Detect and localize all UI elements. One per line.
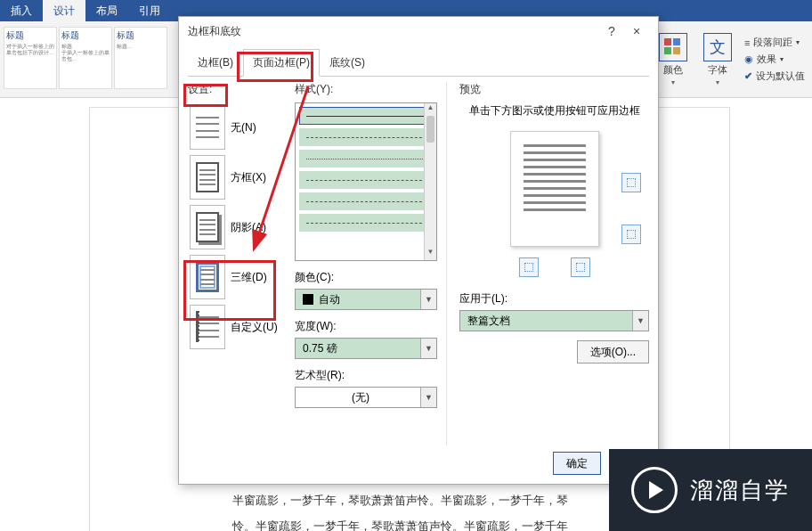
color-swatch <box>303 294 313 305</box>
tab-border[interactable]: 边框(B) <box>188 49 243 76</box>
styles-gallery[interactable]: 标题 对于插入一标签上的单击包括下的设计… 标题 标题于插入一标签上的单击包… … <box>0 21 178 97</box>
style-label: 样式(Y): <box>295 82 437 97</box>
svg-rect-3 <box>673 47 680 54</box>
set-default-button[interactable]: ✔ 设为默认值 <box>744 69 805 83</box>
width-label: 宽度(W): <box>295 319 437 334</box>
art-label: 艺术型(R): <box>295 368 437 383</box>
borders-shading-dialog: 边框和底纹 ? × 边框(B) 页面边框(P) 底纹(S) 设置: 无(N) 方… <box>178 16 659 485</box>
check-icon: ✔ <box>744 70 752 82</box>
setting-none[interactable]: 无(N) <box>188 102 286 152</box>
settings-label: 设置: <box>188 82 286 97</box>
svg-rect-0 <box>664 38 671 45</box>
ok-button[interactable]: 确定 <box>553 452 601 475</box>
tab-layout[interactable]: 布局 <box>85 0 128 21</box>
colors-icon <box>659 33 687 61</box>
tab-references[interactable]: 引用 <box>128 0 171 21</box>
setting-box[interactable]: 方框(X) <box>188 152 286 202</box>
options-button[interactable]: 选项(O)... <box>577 340 649 364</box>
width-select[interactable]: 0.75 磅 ▼ <box>295 338 437 359</box>
close-button[interactable]: × <box>624 24 649 38</box>
apply-label: 应用于(L): <box>459 292 508 305</box>
edge-btn-right[interactable] <box>571 257 590 277</box>
setting-custom[interactable]: 自定义(U) <box>188 302 286 352</box>
tab-shading[interactable]: 底纹(S) <box>320 49 375 76</box>
setting-shadow[interactable]: 阴影(A) <box>188 202 286 252</box>
tab-design[interactable]: 设计 <box>43 0 85 21</box>
edge-btn-left[interactable] <box>519 257 539 277</box>
effects-icon: ◉ <box>744 53 753 65</box>
preview-label: 预览 <box>459 82 649 97</box>
dialog-title: 边框和底纹 <box>188 24 241 39</box>
dialog-titlebar: 边框和底纹 ? × <box>179 17 658 45</box>
preview-column: 预览 单击下方图示或使用按钮可应用边框 应用于(L): 整篇文档 ▼ <box>446 82 649 445</box>
brand-text: 溜溜自学 <box>690 475 790 506</box>
custom-icon <box>190 305 225 349</box>
svg-rect-1 <box>673 38 680 45</box>
style-item[interactable]: 标题 标题于插入一标签上的单击包… <box>59 27 112 89</box>
dialog-tabs: 边框(B) 页面边框(P) 底纹(S) <box>188 49 649 77</box>
threed-icon <box>190 255 225 299</box>
none-icon <box>190 105 225 150</box>
art-select[interactable]: (无) ▼ <box>295 387 437 408</box>
box-icon <box>190 155 225 200</box>
style-column: 样式(Y): ▲ ▼ 颜色(C): 自动 ▼ <box>295 82 437 445</box>
tab-insert[interactable]: 插入 <box>0 0 43 21</box>
chevron-down-icon: ▼ <box>420 339 436 358</box>
fonts-button[interactable]: 文 字体▾ <box>700 29 735 90</box>
style-scrollbar[interactable]: ▲ ▼ <box>424 103 436 260</box>
shadow-icon <box>190 205 225 249</box>
preview-page[interactable] <box>501 131 608 277</box>
preview-hint: 单击下方图示或使用按钮可应用边框 <box>459 102 649 118</box>
chevron-down-icon: ▼ <box>420 388 436 407</box>
edge-btn-bottom[interactable] <box>621 225 641 244</box>
ribbon-menu: ≡ 段落间距▾ ◉ 效果▾ ✔ 设为默认值 <box>744 36 805 83</box>
settings-column: 设置: 无(N) 方框(X) 阴影(A) 三维(D) 自定义(U) <box>188 82 286 445</box>
paragraph-spacing-icon: ≡ <box>744 37 750 48</box>
style-list[interactable]: ▲ ▼ <box>295 102 437 261</box>
color-select[interactable]: 自动 ▼ <box>295 289 437 310</box>
fonts-icon: 文 <box>703 33 732 61</box>
chevron-down-icon: ▼ <box>632 311 648 331</box>
color-label: 颜色(C): <box>295 270 437 285</box>
effects-button[interactable]: ◉ 效果▾ <box>744 53 805 66</box>
brand-watermark: 溜溜自学 <box>609 449 812 531</box>
style-item[interactable]: 标题 对于插入一标签上的单击包括下的设计… <box>4 27 57 89</box>
play-icon <box>631 467 678 513</box>
chevron-down-icon: ▼ <box>420 290 436 309</box>
setting-3d[interactable]: 三维(D) <box>188 252 286 302</box>
edge-btn-top[interactable] <box>621 173 641 192</box>
svg-rect-2 <box>664 47 671 54</box>
tab-page-border[interactable]: 页面边框(P) <box>243 49 320 77</box>
apply-select[interactable]: 整篇文档 ▼ <box>459 310 649 331</box>
colors-button[interactable]: 颜色▾ <box>655 29 691 90</box>
help-button[interactable]: ? <box>599 24 624 38</box>
style-item[interactable]: 标题 标题… <box>114 27 167 89</box>
paragraph-spacing[interactable]: ≡ 段落间距▾ <box>744 36 805 49</box>
